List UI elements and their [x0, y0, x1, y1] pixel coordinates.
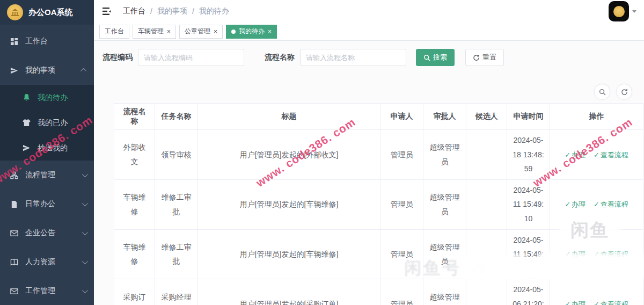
search-button-label: 搜索: [433, 53, 447, 62]
cell-task: 维修工审批: [155, 179, 198, 229]
col-header-candidate: 候选人: [466, 104, 507, 130]
cell-process: 车辆维修: [114, 229, 155, 279]
view-process-link[interactable]: ✓查看流程: [594, 198, 628, 212]
col-header-title: 标题: [198, 104, 380, 130]
send-icon: [23, 144, 31, 152]
sidebar-toggle-icon[interactable]: [101, 6, 112, 17]
main-area: 工作台 / 我的事项 / 我的待办 工作台 车辆管理 × 公章管理 × 我的待办…: [94, 0, 644, 305]
shirt-icon: [23, 119, 31, 127]
check-icon: ✓: [594, 149, 599, 162]
chevron-down-icon: [82, 200, 88, 206]
tab-seal-mgmt[interactable]: 公章管理 ×: [179, 25, 223, 39]
search-button[interactable]: 搜索: [416, 49, 455, 66]
cell-time: 2024-05-06 21:20:13: [507, 279, 550, 305]
chevron-down-icon[interactable]: [632, 10, 636, 13]
cell-candidate: [466, 229, 507, 279]
cell-time: 2024-05-11 15:49:03: [507, 229, 550, 279]
view-label: 查看流程: [601, 298, 628, 305]
tab-workbench[interactable]: 工作台: [99, 25, 129, 39]
cell-actions: ✓办理 ✓查看流程: [550, 179, 643, 229]
sidebar-item-label: 我的事项: [25, 66, 55, 75]
view-process-link[interactable]: ✓查看流程: [594, 298, 628, 305]
cell-candidate: [466, 130, 507, 180]
sidebar-item-label: 我的待办: [38, 93, 68, 103]
sidebar-item-process-mgmt[interactable]: 流程管理: [0, 161, 94, 190]
view-label: 查看流程: [601, 248, 628, 262]
col-header-approver: 审批人: [423, 104, 466, 130]
table-header-row: 流程名称 任务名称 标题 申请人 审批人 候选人 申请时间 操作: [114, 104, 643, 130]
reset-button-label: 重置: [482, 53, 496, 62]
sidebar-item-label: 人力资源: [25, 257, 55, 267]
search-form: 流程编码 流程名称 搜索 重置: [94, 41, 644, 66]
toggle-search-button[interactable]: [594, 84, 610, 100]
handle-label: 办理: [572, 298, 586, 305]
cell-actions: ✓办理 ✓查看流程: [550, 279, 643, 305]
sidebar-item-my-done[interactable]: 我的已办: [0, 110, 94, 135]
sidebar-item-daily-office[interactable]: 日常办公: [0, 190, 94, 219]
chevron-down-icon: [82, 258, 88, 264]
process-code-label: 流程编码: [103, 53, 133, 62]
app-logo: [7, 4, 23, 20]
breadcrumb-item[interactable]: 工作台: [123, 6, 145, 16]
handle-label: 办理: [572, 198, 586, 212]
cell-title: 用户[管理员]发起的[采购订单]: [198, 279, 380, 305]
sidebar-item-workbench[interactable]: 工作台: [0, 27, 94, 56]
building-icon: [11, 8, 19, 17]
handle-link[interactable]: ✓办理: [565, 248, 586, 262]
top-navbar: 工作台 / 我的事项 / 我的待办: [94, 0, 644, 23]
view-process-link[interactable]: ✓查看流程: [594, 149, 628, 162]
sidebar-item-label: 工作管理: [25, 286, 55, 296]
col-header-actions: 操作: [550, 104, 643, 130]
close-icon[interactable]: ×: [214, 28, 217, 35]
sidebar-item-cc-to-me[interactable]: 抄送我的: [0, 135, 94, 161]
cell-actions: ✓办理 ✓查看流程: [550, 130, 643, 180]
cell-process: 车辆维修: [114, 179, 155, 229]
cell-candidate: [466, 179, 507, 229]
sidebar-item-my-matters[interactable]: 我的事项: [0, 56, 94, 85]
breadcrumb-item[interactable]: 我的事项: [157, 6, 187, 16]
sidebar-item-my-todo[interactable]: 我的待办: [0, 85, 94, 110]
sidebar-item-hr[interactable]: 人力资源: [0, 248, 94, 277]
mail-icon: [10, 229, 18, 237]
tab-label: 工作台: [105, 27, 124, 36]
search-icon: [599, 89, 606, 96]
sidebar-submenu: 我的待办 我的已办 抄送我的: [0, 85, 94, 161]
tab-my-todo[interactable]: 我的待办 ×: [226, 25, 277, 39]
refresh-table-button[interactable]: [616, 84, 632, 100]
cell-approver: 超级管理员: [423, 130, 466, 180]
process-name-input[interactable]: [300, 49, 406, 66]
avatar[interactable]: [609, 1, 629, 21]
check-icon: ✓: [594, 298, 599, 305]
tab-label: 公章管理: [185, 27, 210, 36]
cell-title: 用户[管理员]发起的[车辆维修]: [198, 179, 380, 229]
breadcrumb-separator: /: [192, 7, 194, 16]
close-icon[interactable]: ×: [268, 28, 272, 35]
view-label: 查看流程: [601, 198, 628, 212]
handle-label: 办理: [572, 149, 586, 162]
handle-label: 办理: [572, 248, 586, 262]
process-code-input[interactable]: [138, 49, 244, 66]
cell-time: 2024-05-11 15:49:10: [507, 179, 550, 229]
view-process-link[interactable]: ✓查看流程: [594, 248, 628, 262]
reset-button[interactable]: 重置: [465, 49, 504, 66]
handle-link[interactable]: ✓办理: [565, 149, 586, 162]
chevron-down-icon: [82, 287, 88, 293]
mail-icon: [10, 287, 18, 295]
cell-actions: ✓办理 ✓查看流程: [550, 229, 643, 279]
sidebar-item-work-mgmt[interactable]: 工作管理: [0, 277, 94, 305]
tab-label: 车辆管理: [138, 27, 164, 36]
tab-vehicle-mgmt[interactable]: 车辆管理 ×: [133, 25, 176, 39]
sidebar-menu: 工作台 我的事项 我的待办 我的已办 抄送我的 流程管理: [0, 27, 94, 305]
sidebar-item-company-notice[interactable]: 企业公告: [0, 219, 94, 248]
view-label: 查看流程: [601, 149, 628, 162]
content-area: 流程编码 流程名称 搜索 重置: [94, 41, 644, 305]
col-header-task: 任务名称: [155, 104, 198, 130]
check-icon: ✓: [565, 248, 570, 262]
handle-link[interactable]: ✓办理: [565, 198, 586, 212]
sidebar-item-label: 企业公告: [25, 228, 55, 238]
close-icon[interactable]: ×: [167, 28, 171, 35]
table-row: 车辆维修 维修工审批 用户[管理员]发起的[车辆维修] 管理员 超级管理员 20…: [114, 229, 643, 279]
sidebar-item-label: 流程管理: [25, 170, 55, 180]
table-toolbar: [594, 84, 632, 100]
handle-link[interactable]: ✓办理: [565, 298, 586, 305]
